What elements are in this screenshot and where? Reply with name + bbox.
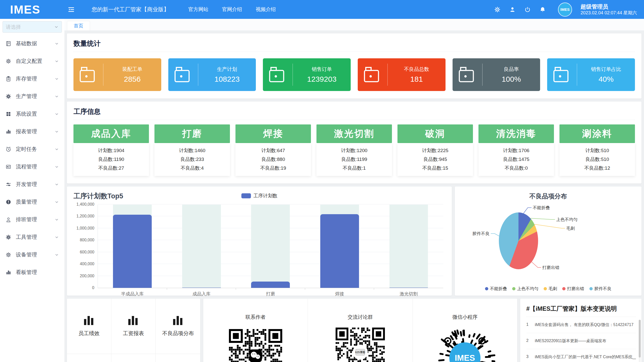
bar-chart-legend[interactable]: 工序计划数 bbox=[242, 193, 277, 199]
sidebar-item-系统设置[interactable]: 系统设置 bbox=[0, 105, 64, 123]
sidebar-item-开发管理[interactable]: 开发管理 bbox=[0, 175, 64, 193]
report-item-生产报表[interactable]: 生产报表 bbox=[111, 354, 156, 362]
report-item-不良品项汇总[interactable]: 不良品项汇总 bbox=[67, 354, 111, 362]
sidebar-item-报表管理[interactable]: 报表管理 bbox=[0, 123, 64, 140]
sidebar-item-定时任务[interactable]: 定时任务 bbox=[0, 140, 64, 158]
bell-icon[interactable] bbox=[539, 6, 546, 13]
stat-card-text: 销售订单占比40% bbox=[577, 66, 635, 83]
sidebar-menu: 基础数据自定义配置库存管理生产管理系统设置报表管理定时任务流程管理开发管理质量管… bbox=[0, 33, 64, 281]
stat-card-销售订单占比[interactable]: 销售订单占比40% bbox=[547, 58, 635, 91]
power-icon[interactable] bbox=[524, 6, 531, 13]
stat-card-良品率[interactable]: 良品率100% bbox=[453, 58, 540, 91]
process-good-count: 良品数:880 bbox=[235, 155, 311, 164]
user-role: 超级管理员 bbox=[581, 3, 637, 10]
process-card-清洗消毒: 清洗消毒计划数:1706良品数:1475不良品数:0 bbox=[478, 124, 554, 176]
x-axis-label: 激光切割 bbox=[374, 291, 443, 297]
report-item-产量统计[interactable]: 产量统计 bbox=[156, 354, 200, 362]
x-axis-tick bbox=[305, 288, 305, 290]
wechat-qr-code bbox=[229, 329, 282, 362]
qr-panel-title: 联系作者 bbox=[246, 314, 266, 321]
pie-legend-item-毛刺[interactable]: 毛刺 bbox=[544, 286, 557, 292]
sidebar-item-工具管理[interactable]: 工具管理 bbox=[0, 228, 64, 246]
bar-column-激光切割: 激光切割 bbox=[374, 205, 443, 288]
stat-card-销售订单[interactable]: 销售订单1239203 bbox=[263, 58, 351, 91]
top-navbar: IMES 您的新一代工厂管家【商业版】 官方网站官网介绍视频介绍 IMES 超级… bbox=[0, 0, 644, 19]
changelog-entry-text: iMES全套源码出售， 有意的联系QQ/微信：514224717 bbox=[535, 322, 633, 328]
pie-legend-item-不能折叠[interactable]: 不能折叠 bbox=[485, 286, 507, 292]
stat-card-label: 销售订单 bbox=[312, 66, 332, 73]
y-axis-label: 1,400,000 bbox=[76, 202, 94, 207]
qr-panel-contact-author: 联系作者 扫一扫上面的二维码图案，加我为朋友。 bbox=[203, 299, 308, 362]
process-card-打磨: 打磨计划数:1460良品数:233不良品数:4 bbox=[154, 124, 230, 176]
database-icon bbox=[6, 41, 11, 47]
process-bad-count: 不良品数:12 bbox=[559, 164, 635, 172]
process-card-name: 焊接 bbox=[235, 124, 311, 143]
navbar-actions: IMES 超级管理员 2023.02.04 02:07:44 星期六 bbox=[494, 3, 637, 17]
process-card-stats: 计划数:1460良品数:233不良品数:4 bbox=[154, 143, 230, 176]
menu-search-select[interactable]: 请选择 bbox=[3, 21, 62, 33]
process-card-成品入库: 成品入库计划数:1904良品数:1190不良品数:27 bbox=[73, 124, 149, 176]
sidebar-item-库存管理[interactable]: 库存管理 bbox=[0, 70, 64, 87]
pie-legend-item-上色不均匀[interactable]: 上色不均匀 bbox=[512, 286, 539, 292]
pie-legend-item-打磨出错[interactable]: 打磨出错 bbox=[562, 286, 584, 292]
sidebar-item-label: 系统设置 bbox=[16, 110, 37, 117]
sidebar-item-质量管理[interactable]: 质量管理 bbox=[0, 193, 64, 211]
divider bbox=[73, 120, 635, 120]
changelog-title: #【iMES工厂管家】版本变更说明 bbox=[526, 305, 636, 317]
settings-icon[interactable] bbox=[494, 6, 501, 13]
sidebar-item-设备管理[interactable]: 设备管理 bbox=[0, 246, 64, 263]
qr-panel-discussion-group: 交流讨论群 625博客 群名称:625博客 群 号:200884004 bbox=[308, 299, 413, 362]
svg-text:IMES: IMES bbox=[455, 353, 475, 362]
stat-card-生产计划[interactable]: 生产计划108223 bbox=[168, 58, 256, 91]
stats-row: 装配工单2856 生产计划108223 销售订单1239203 不良品总数181… bbox=[73, 58, 635, 91]
legend-label: 上色不均匀 bbox=[517, 286, 539, 292]
pie-legend-item-胶件不良[interactable]: 胶件不良 bbox=[589, 286, 612, 292]
process-card-stats: 计划数:1200良品数:1199不良品数:1 bbox=[316, 143, 392, 176]
stat-card-不良品总数[interactable]: 不良品总数181 bbox=[358, 58, 446, 91]
sidebar-item-生产管理[interactable]: 生产管理 bbox=[0, 87, 64, 105]
bar-chart-icon bbox=[83, 315, 95, 326]
custom-config-icon bbox=[6, 58, 11, 64]
bar-半成品入库 bbox=[113, 215, 152, 288]
process-row: 成品入库计划数:1904良品数:1190不良品数:27打磨计划数:1460良品数… bbox=[73, 124, 635, 176]
nav-link-2[interactable]: 视频介绍 bbox=[256, 6, 276, 13]
user-meta: 超级管理员 2023.02.04 02:07:44 星期六 bbox=[581, 3, 637, 16]
sidebar-item-label: 自定义配置 bbox=[16, 58, 42, 65]
scrollbar[interactable] bbox=[639, 320, 641, 362]
changelog-entry: 1iMES全套源码出售， 有意的联系QQ/微信：514224717 bbox=[526, 317, 636, 333]
sidebar-item-自定义配置[interactable]: 自定义配置 bbox=[0, 52, 64, 70]
process-plan-count: 计划数:1200 bbox=[316, 146, 392, 155]
process-plan-count: 计划数:1460 bbox=[154, 146, 230, 155]
process-card-焊接: 焊接计划数:647良品数:880不良品数:19 bbox=[235, 124, 311, 176]
legend-dot bbox=[544, 287, 547, 290]
sidebar-item-label: 看板管理 bbox=[16, 269, 37, 276]
menu-toggle-icon[interactable] bbox=[67, 6, 75, 13]
report-item-工资报表[interactable]: 工资报表 bbox=[111, 299, 156, 354]
sidebar-item-基础数据[interactable]: 基础数据 bbox=[0, 35, 64, 52]
report-item-不良品项分布[interactable]: 不良品项分布 bbox=[156, 299, 200, 354]
quality-icon bbox=[6, 199, 11, 205]
changelog-card: #【iMES工厂管家】版本变更说明 1iMES全套源码出售， 有意的联系QQ/微… bbox=[520, 299, 641, 362]
report-item-员工绩效[interactable]: 员工绩效 bbox=[67, 299, 111, 354]
report-icon bbox=[6, 129, 11, 134]
report-shortcuts: 员工绩效工资报表不良品项分布不良品项汇总生产报表产量统计 bbox=[67, 299, 200, 362]
process-card-name: 打磨 bbox=[154, 124, 230, 143]
x-axis-tick bbox=[374, 288, 374, 290]
x-axis-tick bbox=[167, 288, 167, 290]
avatar[interactable]: IMES bbox=[558, 3, 572, 17]
nav-link-0[interactable]: 官方网站 bbox=[188, 6, 208, 13]
scrollbar-thumb[interactable] bbox=[639, 320, 641, 357]
briefcase-icon bbox=[168, 66, 198, 83]
y-axis-label: 1,200,000 bbox=[76, 214, 94, 218]
tab-home[interactable]: 首页 bbox=[67, 21, 90, 30]
sidebar-item-排班管理[interactable]: 排班管理 bbox=[0, 211, 64, 228]
chevron-down-icon bbox=[55, 147, 59, 151]
sidebar-item-label: 库存管理 bbox=[16, 75, 37, 82]
nav-link-1[interactable]: 官网介绍 bbox=[222, 6, 242, 13]
user-icon[interactable] bbox=[509, 6, 516, 13]
chevron-down-icon bbox=[55, 112, 59, 116]
sidebar-item-看板管理[interactable]: 看板管理 bbox=[0, 263, 64, 281]
sidebar-item-流程管理[interactable]: 流程管理 bbox=[0, 158, 64, 175]
stat-card-装配工单[interactable]: 装配工单2856 bbox=[73, 58, 161, 91]
datetime: 2023.02.04 02:07:44 星期六 bbox=[581, 10, 637, 16]
